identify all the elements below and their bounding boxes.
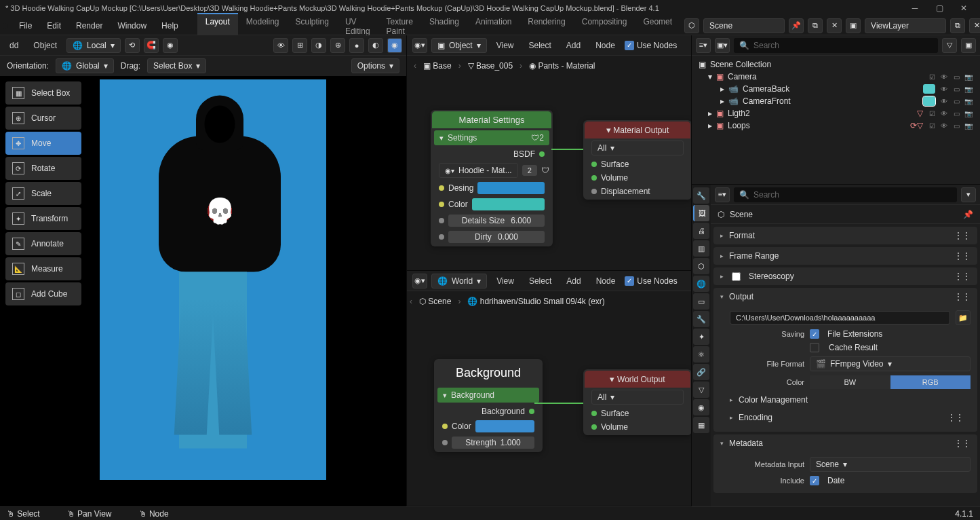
layer-browse-icon[interactable]: ▣ bbox=[846, 18, 861, 33]
tab-shading[interactable]: Shading bbox=[421, 13, 467, 39]
options-dropdown[interactable]: Options ▾ bbox=[351, 58, 399, 73]
tool-cursor[interactable]: ⊕Cursor bbox=[5, 107, 81, 130]
edit-menu[interactable]: Edit bbox=[40, 18, 68, 33]
ptab-scene[interactable]: ⬡ bbox=[693, 258, 709, 274]
eye-icon[interactable]: 👁 bbox=[939, 96, 949, 106]
panel-menu-icon[interactable]: ⋮⋮ bbox=[954, 231, 971, 240]
cache-checkbox[interactable] bbox=[810, 343, 819, 352]
tab-geometry[interactable]: Geomet bbox=[635, 13, 680, 39]
tab-animation[interactable]: Animation bbox=[467, 13, 520, 39]
background-node[interactable]: Background ▾ Background Background Color… bbox=[434, 359, 543, 452]
shading-matprev-icon[interactable]: ◐ bbox=[368, 38, 383, 53]
tool-transform[interactable]: ✦Transform bbox=[5, 207, 81, 230]
panel-menu-icon[interactable]: ⋮⋮ bbox=[954, 272, 971, 281]
gizmo-visibility-icon[interactable]: 👁 bbox=[273, 38, 288, 53]
panel-format-header[interactable]: ▸Format⋮⋮ bbox=[713, 227, 977, 244]
help-menu[interactable]: Help bbox=[155, 18, 185, 33]
viewport-canvas[interactable]: ▦Select Box ⊕Cursor ✥Move ⟳Rotate ⤢Scale… bbox=[0, 76, 406, 506]
scene-input[interactable]: Scene bbox=[703, 18, 785, 33]
crumb-material[interactable]: ◉ Pants - Material bbox=[529, 61, 595, 71]
panel-stereoscopy-header[interactable]: ▸Stereoscopy⋮⋮ bbox=[713, 267, 977, 285]
layer-input[interactable]: ViewLayer bbox=[865, 18, 946, 33]
fake-user-icon[interactable]: 🛡 bbox=[541, 166, 549, 175]
ptab-material[interactable]: ◉ bbox=[693, 399, 709, 415]
tab-rendering[interactable]: Rendering bbox=[520, 13, 573, 39]
shading-solid-icon[interactable]: ● bbox=[349, 38, 364, 53]
scene-remove-icon[interactable]: ✕ bbox=[827, 18, 842, 33]
shader-node-canvas[interactable]: Material Settings ▾ Settings🛡2 BSDF ◉▾ H… bbox=[407, 56, 691, 270]
material-slot-dropdown[interactable]: ◉▾ Hoodie - Mat... bbox=[439, 163, 518, 178]
eye-icon[interactable]: 👁 bbox=[939, 84, 949, 94]
xray-icon[interactable]: ◑ bbox=[311, 38, 326, 53]
viewport-vis-icon[interactable]: ▭ bbox=[952, 84, 961, 94]
shading-wire-icon[interactable]: ⊕ bbox=[330, 38, 345, 53]
world-output-node[interactable]: ▾ World Output All ▾ Surface Volume bbox=[583, 369, 691, 435]
world-view-menu[interactable]: View bbox=[491, 274, 520, 289]
color-mode-toggle[interactable]: BW RGB bbox=[810, 375, 971, 389]
crumb-base[interactable]: ▣ Base bbox=[423, 61, 452, 71]
tab-uv[interactable]: UV Editing bbox=[337, 13, 378, 39]
panel-output-header[interactable]: ▾Output⋮⋮ bbox=[713, 288, 977, 305]
material-settings-node[interactable]: Material Settings ▾ Settings🛡2 BSDF ◉▾ H… bbox=[431, 110, 553, 246]
eye-icon[interactable]: 👁 bbox=[939, 109, 949, 118]
file-menu[interactable]: File bbox=[12, 18, 39, 33]
output-path-field[interactable]: C:\Users\User\Downloads\holaaaaaaaaaa bbox=[730, 311, 950, 324]
ptab-render[interactable]: 🖼 bbox=[693, 205, 709, 221]
eye-icon[interactable]: 👁 bbox=[939, 72, 949, 81]
world-node-canvas[interactable]: Background ▾ Background Background Color… bbox=[407, 291, 691, 506]
ptab-object[interactable]: ▭ bbox=[693, 293, 709, 310]
tool-move[interactable]: ✥Move bbox=[5, 132, 81, 155]
panel-menu-icon[interactable]: ⋮⋮ bbox=[954, 439, 971, 448]
ptab-particle[interactable]: ✦ bbox=[693, 329, 709, 345]
world-add-menu[interactable]: Add bbox=[561, 274, 586, 289]
prop-editor-type-icon[interactable]: ≡▾ bbox=[715, 187, 730, 202]
date-checkbox[interactable]: ✓ bbox=[810, 476, 819, 485]
crumb-hdri[interactable]: 🌐 hdrihaven/Studio Small 09/4k (exr) bbox=[467, 297, 604, 306]
pivot-icon[interactable]: ⟲ bbox=[125, 38, 140, 53]
material-output-node[interactable]: ▾ Material Output All ▾ Surface Volume D… bbox=[583, 120, 691, 200]
ptab-viewlayer[interactable]: ▥ bbox=[693, 240, 709, 257]
ptab-physics[interactable]: ⚛ bbox=[693, 346, 709, 363]
bg-color-swatch[interactable] bbox=[475, 420, 534, 432]
shader-select-menu[interactable]: Select bbox=[523, 38, 556, 53]
tree-loops[interactable]: ▸▣Loops⟳▽ ☑👁▭📷 bbox=[696, 119, 976, 132]
subpanel-encoding-header[interactable]: ▸Encoding⋮⋮ bbox=[730, 409, 971, 426]
crumb-scene[interactable]: ⬡ Scene bbox=[419, 297, 451, 306]
ptab-texture[interactable]: ▦ bbox=[693, 417, 709, 433]
desing-swatch[interactable] bbox=[477, 182, 545, 194]
panel-framerange-header[interactable]: ▸Frame Range⋮⋮ bbox=[713, 247, 977, 265]
shading-rendered-icon[interactable]: ◉ bbox=[387, 38, 402, 53]
tool-select-box[interactable]: ▦Select Box bbox=[5, 81, 81, 105]
minimize-button[interactable]: ─ bbox=[909, 3, 920, 14]
tree-cameraback[interactable]: ▸📹CameraBack 👁▭📷 bbox=[696, 83, 976, 95]
shader-add-menu[interactable]: Add bbox=[561, 38, 586, 53]
world-mode-dropdown[interactable]: 🌐 World ▾ bbox=[431, 274, 487, 289]
tree-camerafront[interactable]: ▸📹CameraFront 👁▭📷 bbox=[696, 95, 976, 107]
orientation-dropdown[interactable]: 🌐 Global ▾ bbox=[56, 58, 114, 73]
maximize-button[interactable]: ▢ bbox=[934, 3, 945, 14]
bgnode-header[interactable]: ▾ Background bbox=[437, 388, 539, 403]
transform-orientation[interactable]: 🌐 Local ▾ bbox=[66, 38, 121, 53]
prop-options-icon[interactable]: ▾ bbox=[961, 187, 976, 202]
chevron-icon[interactable]: ‹ bbox=[410, 297, 412, 306]
panel-menu-icon[interactable]: ⋮⋮ bbox=[954, 292, 971, 301]
outliner-type-icon[interactable]: ≡▾ bbox=[696, 38, 711, 53]
ptab-data[interactable]: ▽ bbox=[693, 382, 709, 398]
strength-field[interactable]: Strength 1.000 bbox=[452, 437, 534, 449]
matout-target-dropdown[interactable]: All ▾ bbox=[591, 141, 684, 155]
layer-copy-icon[interactable]: ⧉ bbox=[950, 18, 965, 33]
editor-type-icon[interactable]: ◉▾ bbox=[412, 38, 427, 53]
render-vis-icon[interactable]: 📷 bbox=[964, 109, 973, 118]
tool-scale[interactable]: ⤢Scale bbox=[5, 182, 81, 205]
use-nodes-checkbox[interactable]: ✓Use Nodes bbox=[625, 41, 677, 50]
fileext-checkbox[interactable]: ✓ bbox=[810, 329, 819, 339]
shader-view-menu[interactable]: View bbox=[491, 38, 520, 53]
color-swatch[interactable] bbox=[472, 198, 545, 210]
panel-metadata-header[interactable]: ▾Metadata⋮⋮ bbox=[713, 434, 977, 452]
ptab-constraint[interactable]: 🔗 bbox=[693, 364, 709, 380]
scene-copy-icon[interactable]: ⧉ bbox=[808, 18, 823, 33]
ptab-world[interactable]: 🌐 bbox=[693, 276, 709, 292]
shader-mode-dropdown[interactable]: ▣ Object ▾ bbox=[431, 38, 487, 53]
folder-browse-icon[interactable]: 📁 bbox=[956, 310, 971, 325]
material-users[interactable]: 2 bbox=[522, 165, 537, 176]
